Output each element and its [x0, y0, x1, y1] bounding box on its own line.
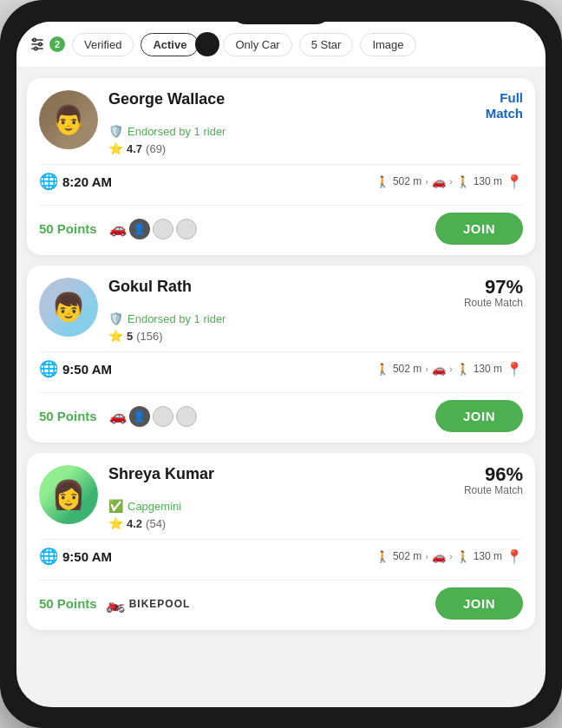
walk-dist1-george: 502 m	[393, 175, 422, 187]
points-gokul: 50 Points	[39, 409, 97, 423]
rating-row-shreya: ⭐ 4.2 (54)	[108, 516, 523, 530]
active-toggle-group: Active	[140, 32, 216, 56]
time-text-george: 8:20 AM	[62, 174, 112, 189]
arrow2-shreya: ›	[449, 551, 453, 561]
arrow1-gokul: ›	[425, 364, 428, 374]
phone-notch	[229, 0, 333, 24]
passenger-icons-gokul: 🚗 👤	[109, 406, 197, 427]
walk-dist2-shreya: 130 m	[474, 550, 502, 562]
driver-name-gokul: Gokul Rath	[108, 278, 192, 296]
join-button-gokul[interactable]: JOIN	[435, 400, 523, 432]
passenger-1-gokul: 👤	[129, 406, 150, 427]
phone-frame: 2 Verified Active Only Car 5 Star Image …	[0, 0, 562, 728]
filter-chip-onlycar[interactable]: Only Car	[223, 33, 291, 56]
arrow1-shreya: ›	[425, 551, 428, 561]
passenger-1-george: 👤	[129, 219, 150, 239]
route-match-label-shreya: Route Match	[464, 484, 523, 496]
walk-icon2-george: 🚶	[456, 175, 470, 188]
filter-chip-verified[interactable]: Verified	[72, 33, 134, 56]
rating-count-shreya: (54)	[146, 517, 166, 530]
svg-point-4	[39, 43, 42, 45]
verified-icon-shreya: ✅	[108, 499, 123, 513]
avatar-gokul: 👦	[39, 278, 98, 337]
rating-row-george: ⭐ 4.7 (69)	[108, 141, 523, 155]
avatar-silhouette-shreya: 👩	[39, 465, 98, 524]
svg-point-3	[33, 38, 36, 41]
car-icon-george: 🚗	[432, 175, 446, 188]
rating-value-george: 4.7	[127, 142, 142, 155]
route-match-label-gokul: Route Match	[464, 297, 523, 309]
star-icon-george: ⭐	[108, 141, 123, 155]
endorsed-text-gokul: Endorsed by 1 rider	[127, 312, 225, 325]
filter-chip-5star[interactable]: 5 Star	[299, 33, 354, 56]
rating-value-shreya: 4.2	[127, 517, 142, 530]
match-label-gokul: 97% Route Match	[464, 278, 523, 309]
time-badge-gokul: 🌐 9:50 AM	[39, 359, 112, 378]
points-shreya: 50 Points	[39, 596, 97, 611]
car-icon-gokul: 🚗	[432, 363, 446, 376]
globe-icon-shreya: 🌐	[39, 547, 58, 566]
endorsed-text-george: Endorsed by 1 rider	[127, 125, 225, 138]
percent-match-gokul: 97%	[464, 278, 523, 297]
time-badge-george: 🌐 8:20 AM	[39, 172, 112, 191]
rating-value-gokul: 5	[127, 330, 133, 343]
full-match-george: FullMatch	[486, 90, 523, 121]
walk-icon2-shreya: 🚶	[456, 550, 470, 563]
endorsed-icon-george: 🛡️	[108, 124, 123, 138]
join-button-george[interactable]: JOIN	[435, 213, 523, 245]
route-distance-gokul: 🚶 502 m › 🚗 › 🚶 130 m 📍	[376, 361, 523, 377]
driver-name-shreya: Shreya Kumar	[108, 465, 214, 483]
walk-icon1-shreya: 🚶	[376, 550, 389, 563]
filter-icon-button[interactable]: 2	[29, 36, 65, 53]
card-top-george: 👨 George Wallace FullMatch �	[39, 90, 523, 155]
svg-point-5	[35, 47, 37, 49]
car-sm-icon-george: 🚗	[109, 220, 127, 237]
filter-chip-active[interactable]: Active	[140, 33, 199, 56]
card-bottom-george: 50 Points 🚗 👤 JOIN	[39, 205, 523, 245]
percent-match-shreya: 96%	[464, 465, 523, 484]
car-sm-icon-gokul: 🚗	[109, 408, 127, 424]
avatar-shreya: 👩	[39, 465, 98, 524]
card-top-shreya: 👩 Shreya Kumar 96% Route Match ✅ C	[39, 465, 523, 530]
map-pin-gokul: 📍	[506, 361, 523, 377]
time-badge-shreya: 🌐 9:50 AM	[39, 547, 112, 566]
route-distance-george: 🚶 502 m › 🚗 › 🚶 130 m 📍	[376, 174, 523, 190]
driver-name-george: George Wallace	[108, 90, 225, 108]
join-button-shreya[interactable]: JOIN	[435, 587, 523, 620]
card-bottom-shreya: 50 Points 🏍️ BIKEPOOL JOIN	[39, 580, 523, 620]
passenger-icons-george: 🚗 👤	[109, 219, 197, 239]
card-name-row-george: George Wallace FullMatch	[108, 90, 523, 121]
walk-dist2-gokul: 130 m	[474, 363, 502, 375]
card-name-row-gokul: Gokul Rath 97% Route Match	[108, 278, 523, 309]
company-text-shreya: Capgemini	[127, 500, 181, 513]
passenger-2-gokul	[153, 406, 173, 427]
endorsed-row-george: 🛡️ Endorsed by 1 rider	[108, 124, 523, 138]
globe-icon-gokul: 🌐	[39, 359, 58, 378]
cards-container: 👨 George Wallace FullMatch �	[16, 68, 546, 703]
walk-dist1-gokul: 502 m	[393, 363, 422, 375]
passenger-2-george	[153, 219, 173, 239]
toggle-ball[interactable]	[195, 32, 219, 56]
filter-chip-image[interactable]: Image	[360, 33, 415, 56]
match-label-george: FullMatch	[486, 90, 523, 121]
rating-count-george: (69)	[146, 142, 166, 155]
endorsed-icon-gokul: 🛡️	[108, 312, 123, 325]
passenger-3-george	[176, 219, 197, 239]
card-name-row-shreya: Shreya Kumar 96% Route Match	[108, 465, 523, 496]
star-icon-shreya: ⭐	[108, 516, 123, 530]
card-info-george: George Wallace FullMatch 🛡️ Endorsed by …	[108, 90, 523, 155]
ride-card-shreya: 👩 Shreya Kumar 96% Route Match ✅ C	[27, 453, 535, 630]
rating-row-gokul: ⭐ 5 (156)	[108, 329, 523, 343]
ride-card-gokul: 👦 Gokul Rath 97% Route Match 🛡️ E	[27, 266, 535, 443]
time-text-gokul: 9:50 AM	[62, 362, 112, 377]
card-info-gokul: Gokul Rath 97% Route Match 🛡️ Endorsed b…	[108, 278, 523, 343]
avatar-george: 👨	[39, 90, 98, 149]
walk-dist1-shreya: 502 m	[393, 550, 422, 562]
walk-icon1-george: 🚶	[376, 175, 389, 188]
map-pin-shreya: 📍	[506, 548, 523, 565]
walk-dist2-george: 130 m	[474, 175, 502, 187]
avatar-silhouette-george: 👨	[39, 90, 98, 149]
route-row-george: 🌐 8:20 AM 🚶 502 m › 🚗 › 🚶 130 m 📍	[39, 164, 523, 198]
car-icon-shreya: 🚗	[432, 550, 446, 563]
arrow2-gokul: ›	[449, 364, 453, 374]
